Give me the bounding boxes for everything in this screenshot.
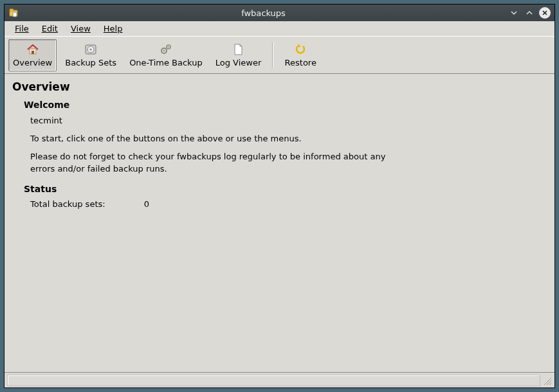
toolbar-overview-label: Overview (13, 58, 52, 67)
toolbar-one-time-backup-label: One-Time Backup (129, 58, 203, 67)
toolbar-log-viewer-label: Log Viewer (215, 58, 262, 67)
svg-line-13 (547, 380, 551, 385)
document-icon (231, 42, 245, 57)
disk-icon (84, 42, 98, 57)
window-title: fwbackups (23, 8, 504, 18)
close-button[interactable] (539, 7, 551, 19)
toolbar: Overview Backup Sets One-Ti (5, 37, 554, 74)
content-area: Overview Welcome tecmint To start, click… (5, 74, 554, 372)
welcome-section: Welcome tecmint To start, click one of t… (24, 100, 547, 175)
svg-rect-1 (10, 9, 14, 11)
toolbar-restore-button[interactable]: Restore (280, 39, 321, 71)
status-heading: Status (24, 184, 547, 194)
status-row: Total backup sets: 0 (30, 199, 547, 209)
window-controls (508, 7, 551, 19)
total-backup-sets-label: Total backup sets: (30, 199, 105, 209)
toolbar-log-viewer-button[interactable]: Log Viewer (211, 39, 266, 71)
svg-line-14 (549, 383, 551, 385)
intro-text: To start, click one of the buttons on th… (30, 133, 390, 145)
svg-point-9 (163, 50, 165, 51)
svg-rect-2 (13, 12, 17, 17)
statusbar (5, 372, 554, 388)
menubar: File Edit View Help (5, 21, 554, 37)
status-section: Status Total backup sets: 0 (24, 184, 547, 209)
undo-arrow-icon (293, 42, 307, 57)
page-title: Overview (12, 80, 547, 93)
titlebar: fwbackups (5, 4, 554, 21)
maximize-button[interactable] (524, 7, 535, 19)
menu-help[interactable]: Help (98, 22, 128, 35)
toolbar-separator (272, 42, 273, 68)
app-window: fwbackups File Edit View Help (4, 4, 555, 388)
toolbar-overview-button[interactable]: Overview (8, 39, 57, 71)
gears-icon (159, 42, 173, 57)
toolbar-one-time-backup-button[interactable]: One-Time Backup (125, 39, 207, 71)
total-backup-sets-value: 0 (144, 199, 149, 209)
menu-view[interactable]: View (66, 22, 96, 35)
welcome-heading: Welcome (24, 100, 547, 110)
resize-grip-icon[interactable] (542, 375, 552, 386)
toolbar-restore-label: Restore (285, 58, 316, 67)
toolbar-backup-sets-button[interactable]: Backup Sets (60, 39, 121, 71)
statusbar-text (7, 375, 540, 386)
svg-rect-4 (32, 51, 34, 54)
minimize-button[interactable] (508, 7, 520, 19)
reminder-text: Please do not forget to check your fwbac… (30, 151, 390, 174)
menu-edit[interactable]: Edit (37, 22, 63, 35)
toolbar-backup-sets-label: Backup Sets (65, 58, 116, 67)
menu-file[interactable]: File (10, 22, 34, 35)
svg-point-7 (90, 49, 92, 51)
app-icon (8, 8, 19, 18)
home-icon (26, 42, 40, 57)
svg-point-11 (168, 46, 169, 48)
username-text: tecmint (30, 115, 390, 127)
